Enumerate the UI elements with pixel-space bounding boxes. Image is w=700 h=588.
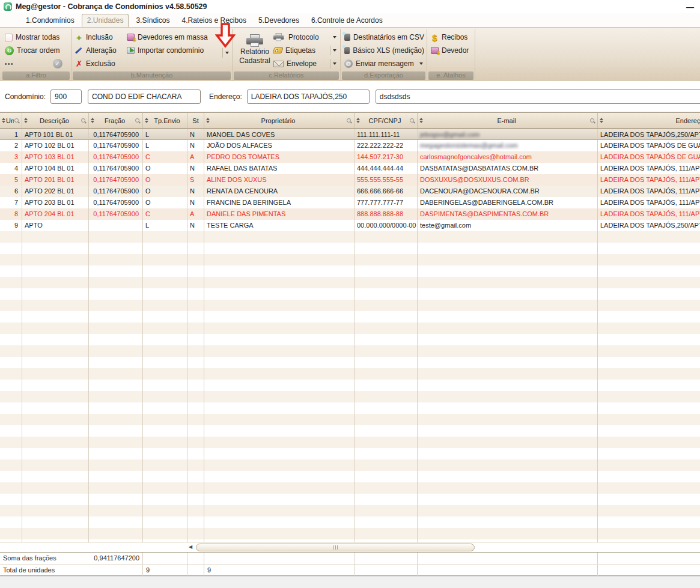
tab-devedores[interactable]: 5.Devedores xyxy=(254,14,304,27)
column-header-tp_envio[interactable]: Tp.Envio xyxy=(143,113,187,128)
sort-icon[interactable] xyxy=(356,118,360,123)
table-row-unidade-9[interactable]: 9APTOLNTESTE CARGA00.000.000/0000-00test… xyxy=(0,220,700,231)
endereco-input[interactable] xyxy=(247,89,370,104)
relatorio-cadastral-button[interactable]: Relatório Cadastral xyxy=(236,31,273,71)
sort-icon[interactable] xyxy=(24,118,28,123)
column-label-endereco: Endereço xyxy=(604,117,700,124)
cell-proprietario: JOÃO DOS ALFACES xyxy=(204,140,355,151)
table-row-unidade-8[interactable]: 8APTO 204 BL 010,11764705900CADANIELE DA… xyxy=(0,208,700,220)
search-icon[interactable] xyxy=(81,118,87,124)
cell-st: N xyxy=(187,220,204,231)
tab-sindicos[interactable]: 3.Síndicos xyxy=(131,14,174,27)
tab-rateios-e-recibos[interactable]: 4.Rateios e Recibos xyxy=(177,14,251,27)
apply-filter-check-button[interactable]: ✓ xyxy=(53,59,62,68)
column-header-st[interactable]: St xyxy=(187,113,204,128)
column-header-proprietario[interactable]: Proprietário xyxy=(204,113,355,128)
grid-header-row: UnidDescriçãoFraçãoTp.EnvioStProprietári… xyxy=(0,112,700,129)
column-header-descricao[interactable]: Descrição xyxy=(22,113,89,128)
etiquetas-button[interactable]: Etiquetas xyxy=(273,44,338,57)
inclusao-button[interactable]: + Inclusão xyxy=(75,31,127,44)
cell-tp_envio: L xyxy=(143,220,187,231)
table-row-unidade-3[interactable]: 3APTO 103 BL 010,11764705900CAPEDRO DOS … xyxy=(0,151,700,163)
column-header-cpf_cnpj[interactable]: CPF/CNPJ xyxy=(355,113,418,128)
cell-unid: 1 xyxy=(0,129,22,139)
basico-xls-button[interactable]: Básico XLS (medição) xyxy=(344,44,424,57)
search-icon[interactable] xyxy=(409,118,415,124)
column-header-unid[interactable]: Unid xyxy=(0,113,22,128)
sort-icon[interactable] xyxy=(91,118,94,123)
tab-condominios[interactable]: 1.Condomínios xyxy=(21,14,79,27)
ribbon-group-label-relatorios: c.Relatórios xyxy=(234,71,339,80)
grid-body: 1APT0 101 BL 010,11764705900LNMANOEL DAS… xyxy=(0,129,700,231)
table-row-unidade-2[interactable]: 2APTO 102 BL 010,11764705900LNJOÃO DOS A… xyxy=(0,140,700,151)
cell-st: A xyxy=(187,151,204,163)
sort-icon[interactable] xyxy=(600,118,603,123)
checkbox-icon[interactable] xyxy=(5,34,13,41)
cell-tp_envio: C xyxy=(143,208,187,220)
sort-icon[interactable] xyxy=(145,118,148,123)
devedores-em-massa-button[interactable]: $ Devedores em massa xyxy=(127,31,208,44)
protocolo-dropdown[interactable] xyxy=(333,36,338,38)
destinatarios-csv-label: Destinatários em CSV xyxy=(353,33,424,41)
cell-endereco: LADEIRA DOS TAPAJÓS DE GUAPIMI xyxy=(598,151,700,163)
minimize-button[interactable]: — xyxy=(684,2,696,11)
table-row-unidade-1[interactable]: 1APT0 101 BL 010,11764705900LNMANOEL DAS… xyxy=(0,129,700,140)
table-row-unidade-7[interactable]: 7APTO 203 BL 010,11764705900ONFRANCINE D… xyxy=(0,197,700,208)
search-icon[interactable] xyxy=(135,118,141,124)
column-label-unid: Unid xyxy=(6,117,14,124)
search-icon[interactable] xyxy=(346,118,352,124)
search-icon[interactable] xyxy=(14,118,20,124)
cell-email: carlosmagnofgoncalves@hotmail.com xyxy=(418,151,598,163)
sort-icon[interactable] xyxy=(419,118,423,123)
envelope-dropdown[interactable] xyxy=(330,59,338,68)
protocolo-button[interactable]: Protocolo xyxy=(273,31,338,44)
scrollbar-thumb[interactable] xyxy=(196,544,475,551)
tab-unidades[interactable]: 2.Unidades xyxy=(82,14,129,27)
devedor-button[interactable]: $ Devedor xyxy=(431,44,472,57)
mostrar-todas-checkbox[interactable]: Mostrar todas xyxy=(5,31,68,44)
cell-endereco: LADEIRA DOS TAPAJÓS DE GUAPIMI xyxy=(598,140,700,151)
envelope-button[interactable]: Envelope xyxy=(273,57,338,70)
enviar-mensagem-dropdown[interactable] xyxy=(419,62,424,65)
sort-icon[interactable] xyxy=(206,118,210,123)
column-header-fracao[interactable]: Fração xyxy=(89,113,143,128)
trocar-ordem-button[interactable]: ↻ Trocar ordem xyxy=(5,44,68,57)
column-header-endereco[interactable]: Endereço xyxy=(598,113,700,128)
enviar-mensagem-button[interactable]: @ Enviar mensagem xyxy=(344,57,424,70)
cell-proprietario: PEDRO DOS TOMATES xyxy=(204,151,355,163)
exclusao-button[interactable]: ✗ Exclusão xyxy=(75,57,127,70)
protocolo-label: Protocolo xyxy=(288,33,319,41)
importar-condominio-button[interactable]: Importar condomínio xyxy=(127,44,208,57)
sort-icon[interactable] xyxy=(2,118,5,123)
app-logo-icon xyxy=(4,2,12,11)
cell-descricao: APTO 104 BL 01 xyxy=(22,163,89,174)
etiquetas-dropdown[interactable] xyxy=(330,46,338,55)
column-header-email[interactable]: E-mail xyxy=(418,113,598,128)
condominio-label: Condomínio: xyxy=(5,92,46,101)
recibos-button[interactable]: $ Recibos xyxy=(431,31,472,44)
cell-unid: 8 xyxy=(0,208,22,220)
ribbon-group-manutencao: + Inclusão Alteração ✗ Exclusão xyxy=(72,29,233,81)
alteracao-button[interactable]: Alteração xyxy=(75,44,127,57)
cell-descricao: APT0 101 BL 01 xyxy=(22,129,89,139)
horizontal-scrollbar[interactable]: ◀ xyxy=(0,542,700,552)
relatorio-label-line2: Cadastral xyxy=(239,56,270,65)
cell-endereco: LADEIRA DOS TAPAJÓS, 111/APTO 2 xyxy=(598,208,700,220)
destinatarios-csv-button[interactable]: Destinatários em CSV xyxy=(344,31,424,44)
tab-controle-de-acordos[interactable]: 6.Controle de Acordos xyxy=(306,14,388,27)
table-row-unidade-4[interactable]: 4APTO 104 BL 010,11764705900ONRAFAEL DAS… xyxy=(0,163,700,174)
importar-condominio-dropdown[interactable] xyxy=(221,47,230,59)
table-row-unidade-5[interactable]: 5APTO 201 BL 010,11764705900OSALINE DOS … xyxy=(0,174,700,186)
cell-proprietario: DANIELE DAS PIMENTAS xyxy=(204,208,355,220)
table-row-unidade-6[interactable]: 6APTO 202 BL 010,11764705900ONRENATA DA … xyxy=(0,186,700,197)
condominio-nome-input[interactable] xyxy=(88,89,201,104)
cell-st: S xyxy=(187,174,204,186)
scroll-left-arrow[interactable]: ◀ xyxy=(189,544,192,550)
footer-row-soma: Soma das frações 0,94117647200 xyxy=(0,553,700,564)
at-sign-icon: @ xyxy=(344,59,353,68)
ribbon-group-atalhos: $ Recibos $ Devedor e. Atalhos xyxy=(427,29,475,81)
search-icon[interactable] xyxy=(589,118,595,124)
cell-descricao: APTO 203 BL 01 xyxy=(22,197,89,208)
endereco-extra-input[interactable] xyxy=(376,89,700,104)
condominio-codigo-input[interactable] xyxy=(50,89,82,104)
